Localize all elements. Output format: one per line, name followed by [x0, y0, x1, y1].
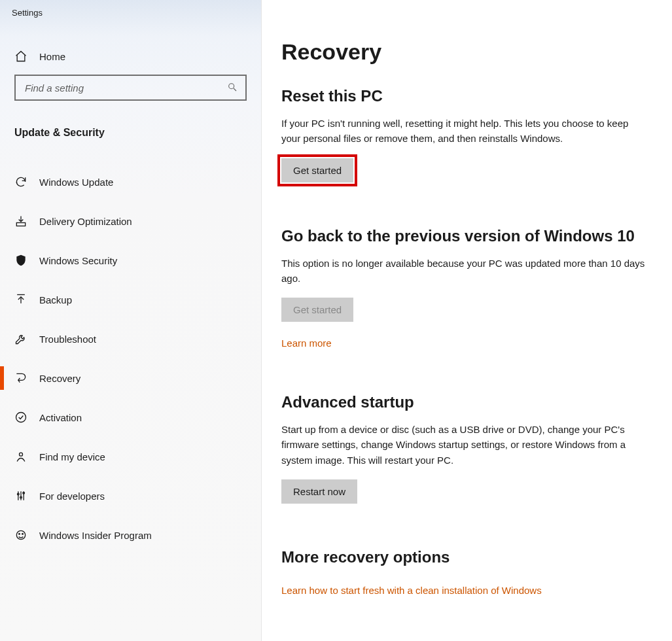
- sidebar-category-label: Update & Security: [0, 107, 261, 150]
- window-title: Settings: [0, 0, 261, 29]
- location-icon: [14, 450, 27, 463]
- home-icon: [14, 50, 27, 63]
- section-title-reset: Reset this PC: [281, 87, 652, 105]
- sidebar-item-label: Recovery: [39, 373, 80, 384]
- shield-icon: [14, 254, 27, 267]
- recovery-icon: [14, 372, 27, 385]
- sidebar-item-troubleshoot[interactable]: Troubleshoot: [0, 319, 261, 358]
- sidebar-item-windows-insider[interactable]: Windows Insider Program: [0, 515, 261, 555]
- developers-icon: [14, 489, 27, 502]
- section-desc-goback: This option is no longer available becau…: [281, 256, 648, 286]
- search-box[interactable]: [14, 75, 247, 101]
- sidebar-item-activation[interactable]: Activation: [0, 398, 261, 437]
- sidebar-item-label: For developers: [39, 491, 105, 502]
- sync-icon: [14, 175, 27, 188]
- svg-point-5: [20, 453, 23, 456]
- start-fresh-link[interactable]: Learn how to start fresh with a clean in…: [281, 585, 542, 596]
- check-circle-icon: [14, 411, 27, 424]
- sidebar-item-label: Windows Update: [39, 177, 113, 188]
- restart-now-button[interactable]: Restart now: [281, 479, 357, 504]
- sidebar-item-label: Delivery Optimization: [39, 216, 132, 227]
- sidebar-item-label: Troubleshoot: [39, 334, 96, 345]
- svg-rect-2: [16, 223, 25, 226]
- sidebar-item-label: Windows Insider Program: [39, 530, 152, 541]
- sidebar-nav-list: Windows Update Delivery Optimization Win…: [0, 162, 261, 555]
- svg-point-0: [229, 84, 234, 89]
- sidebar-item-find-my-device[interactable]: Find my device: [0, 437, 261, 476]
- reset-get-started-button[interactable]: Get started: [281, 158, 353, 182]
- section-desc-reset: If your PC isn't running well, resetting…: [281, 116, 648, 147]
- insider-icon: [14, 528, 27, 542]
- sidebar-home-label: Home: [39, 51, 65, 62]
- backup-icon: [14, 293, 27, 306]
- goback-get-started-button: Get started: [281, 298, 353, 322]
- sidebar-item-delivery-optimization[interactable]: Delivery Optimization: [0, 201, 261, 241]
- sidebar: Settings Home Update & Security: [0, 0, 262, 641]
- sidebar-item-label: Activation: [39, 412, 82, 423]
- sidebar-item-windows-update[interactable]: Windows Update: [0, 162, 261, 201]
- content-panel: Recovery Reset this PC If your PC isn't …: [262, 0, 672, 641]
- sidebar-item-label: Windows Security: [39, 255, 117, 266]
- sidebar-item-label: Find my device: [39, 451, 105, 462]
- search-wrap: [0, 75, 261, 107]
- sidebar-item-for-developers[interactable]: For developers: [0, 476, 261, 515]
- svg-point-14: [22, 534, 24, 535]
- svg-line-1: [234, 88, 236, 91]
- sidebar-home[interactable]: Home: [0, 38, 261, 75]
- svg-point-4: [16, 413, 26, 423]
- search-input[interactable]: [25, 82, 227, 94]
- sidebar-item-windows-security[interactable]: Windows Security: [0, 241, 261, 280]
- search-icon: [227, 82, 239, 94]
- learn-more-link[interactable]: Learn more: [281, 338, 332, 349]
- wrench-icon: [14, 332, 27, 345]
- page-title: Recovery: [281, 39, 652, 65]
- section-title-more: More recovery options: [281, 548, 652, 566]
- sidebar-item-label: Backup: [39, 294, 72, 305]
- download-icon: [14, 215, 27, 228]
- section-title-goback: Go back to the previous version of Windo…: [281, 227, 652, 245]
- svg-point-13: [19, 534, 20, 535]
- section-title-advanced: Advanced startup: [281, 393, 652, 411]
- settings-window: Settings Home Update & Security: [0, 0, 672, 641]
- sidebar-item-recovery[interactable]: Recovery: [0, 358, 261, 398]
- sidebar-item-backup[interactable]: Backup: [0, 280, 261, 319]
- section-desc-advanced: Start up from a device or disc (such as …: [281, 422, 648, 468]
